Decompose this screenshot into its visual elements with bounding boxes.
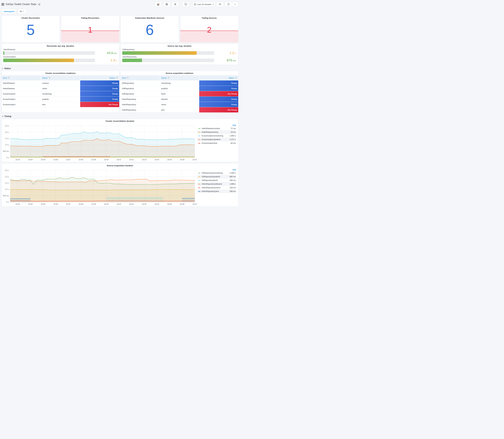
legend-item[interactable]: Kustomization/monitoring1.605 s (197, 134, 236, 138)
svg-text:16:01: 16:01 (117, 203, 121, 205)
panel-title[interactable]: Cluster reconciliation duration (2, 119, 238, 123)
bargauge-line: 879 ms (122, 59, 236, 62)
stat-panel: Cluster Reconcilers5 (1, 16, 60, 42)
refresh-button[interactable] (225, 2, 232, 7)
svg-text:16:02: 16:02 (129, 159, 134, 161)
readiness-table: KindNameStatusHelmReleasecontourReadyHel… (2, 75, 119, 107)
table-row: KustomizationpodinfoReady (2, 97, 119, 102)
section-status-label: Status (4, 67, 11, 70)
cell-kind: HelmRelease (2, 80, 41, 86)
legend-item[interactable]: HelmRelease/minio16 ms (197, 130, 236, 134)
legend-item[interactable]: GitRepository/monitoring1.594 s (197, 171, 236, 175)
chart-body: 0 s500 ms1.0 s1.5 s2.0 s2.5 s15:5315:541… (2, 123, 238, 161)
legend-avg-header[interactable]: avg (197, 168, 236, 171)
section-timing[interactable]: Timing (2, 115, 238, 118)
legend-series-name: GitRepository/monitoring (202, 172, 227, 174)
legend-series-name: HelmRelease/contour (202, 127, 227, 130)
svg-text:2.5 s: 2.5 s (5, 125, 9, 127)
chart-canvas[interactable]: 0 s500 ms1.0 s1.5 s2.0 s2.5 s15:5315:541… (2, 168, 197, 206)
panel-title[interactable]: Cluster reconciliation readiness (2, 71, 119, 75)
column-header-name[interactable]: Name (41, 75, 80, 80)
legend-avg-header[interactable]: avg (197, 124, 236, 127)
status-badge: Ready (80, 80, 119, 86)
legend-avg-value: 1.594 s (227, 172, 236, 174)
panel-title[interactable]: Failing Sources (180, 16, 238, 20)
svg-text:15:53: 15:53 (15, 159, 20, 161)
column-header-kind[interactable]: Kind (121, 75, 160, 80)
chart-body: 0 s500 ms1.0 s1.5 s2.0 s2.5 s15:5315:541… (2, 168, 238, 206)
panel-title[interactable]: Source ops avg. duration (121, 44, 238, 48)
namespace-variable-label: namespace (1, 9, 16, 14)
add-panel-button[interactable] (155, 2, 162, 7)
namespace-variable-value[interactable]: All (18, 9, 26, 14)
cell-status: Ready (199, 97, 238, 102)
table-row: KustomizationtestNot Ready (2, 102, 119, 107)
legend-series-name: GitRepository/test2 (202, 179, 227, 182)
chart-canvas[interactable]: 0 s500 ms1.0 s1.5 s2.0 s2.5 s15:5315:541… (2, 123, 197, 161)
cell-name: monitoring (41, 91, 80, 97)
column-header-kind[interactable]: Kind (2, 75, 41, 80)
legend-item[interactable]: HelmRepository/minio108 ms (197, 186, 236, 190)
legend-item[interactable]: GitRepository/podinfo980 ms (197, 175, 236, 179)
legend-item[interactable]: HelmRepository/test289 ms (197, 190, 236, 193)
bargauge-body: HelmRelease43.6 msKustomization1.3 s (2, 48, 119, 62)
chart-plot-area: 0 s500 ms1.0 s1.5 s2.0 s2.5 s15:5315:541… (2, 123, 197, 161)
column-header-name[interactable]: Name (160, 75, 199, 80)
dashboard-settings-button[interactable]: ⚙ (172, 2, 179, 7)
bargauge-track (122, 59, 214, 62)
cell-kind: GitRepository (121, 91, 160, 97)
time-range-picker[interactable]: Last 15 minutes (193, 2, 215, 7)
share-icon[interactable] (38, 3, 40, 5)
legend-series-name: HelmRepository/bitnami (202, 183, 227, 185)
filter-funnel-icon[interactable] (127, 77, 129, 79)
toolbar: ⚙ Last 15 minutes (155, 2, 238, 7)
legend-swatch (198, 188, 200, 188)
cell-name: test (41, 102, 80, 107)
svg-text:1.0 s: 1.0 s (5, 188, 9, 190)
filter-funnel-icon[interactable] (168, 77, 170, 79)
filter-funnel-icon[interactable] (8, 77, 10, 79)
panel-title[interactable]: Source acquisition duration (2, 163, 238, 168)
status-badge: Ready (80, 86, 119, 91)
column-header-label: Kind (122, 77, 126, 79)
section-status[interactable]: Status (2, 67, 238, 70)
column-header-status[interactable]: Status (80, 75, 119, 80)
bargauge-fill (3, 59, 74, 62)
cell-status: Not Ready (199, 107, 238, 113)
stat-panel: Failing Sources2 (180, 16, 238, 42)
panel-title[interactable]: Cluster Reconcilers (2, 16, 60, 20)
panel-title[interactable]: Kubernetes Manifests Sources (121, 16, 179, 20)
refresh-interval-dropdown[interactable] (232, 2, 238, 7)
bargauge-label: HelmRepository (123, 56, 236, 58)
panel-title[interactable]: Source acquisition readiness (121, 71, 238, 75)
column-header-label: Name (161, 77, 167, 79)
stat-panel: Kubernetes Manifests Sources6 (121, 16, 179, 42)
stat-value: 5 (2, 23, 60, 37)
cell-name: podinfo (160, 86, 199, 91)
zoom-out-button[interactable] (216, 2, 224, 7)
column-header-status[interactable]: Status (199, 75, 238, 80)
legend-item[interactable]: HelmRelease/contour71 ms (197, 127, 236, 130)
bargauge-unit: s (234, 52, 236, 54)
chart-plot-area: 0 s500 ms1.0 s1.5 s2.0 s2.5 s15:5315:541… (2, 168, 197, 206)
filter-funnel-icon[interactable] (49, 77, 50, 79)
cycle-view-button[interactable] (182, 2, 189, 7)
legend-item[interactable]: Kustomization/test84 ms (197, 141, 236, 145)
cell-status: Ready (80, 91, 119, 97)
svg-text:500 ms: 500 ms (3, 150, 9, 152)
cell-status: Not Ready (199, 91, 238, 97)
legend-item[interactable]: Kustomization/podinfo1.071 s (197, 138, 236, 141)
filter-funnel-icon[interactable] (235, 77, 237, 79)
readiness-table: KindNameStatusGitRepositorymonitoringRea… (121, 75, 238, 113)
panel-title[interactable]: Reconciler ops avg. duration (2, 44, 119, 48)
save-dashboard-button[interactable] (163, 2, 171, 7)
panel-title[interactable]: Failing Reconcilers (61, 16, 119, 20)
legend-item[interactable]: GitRepository/test2338 ms (197, 179, 236, 182)
svg-text:15:59: 15:59 (91, 159, 96, 161)
tables-row: Cluster reconciliation readinessKindName… (1, 71, 238, 113)
bargauge-unit: s (115, 59, 117, 62)
table-row: HelmRepositorytestNot Ready (121, 107, 238, 113)
legend-item[interactable]: HelmRepository/bitnami1.695 s (197, 182, 236, 186)
dashboards-grid-icon[interactable] (1, 3, 4, 6)
filter-funnel-icon[interactable] (116, 77, 118, 79)
